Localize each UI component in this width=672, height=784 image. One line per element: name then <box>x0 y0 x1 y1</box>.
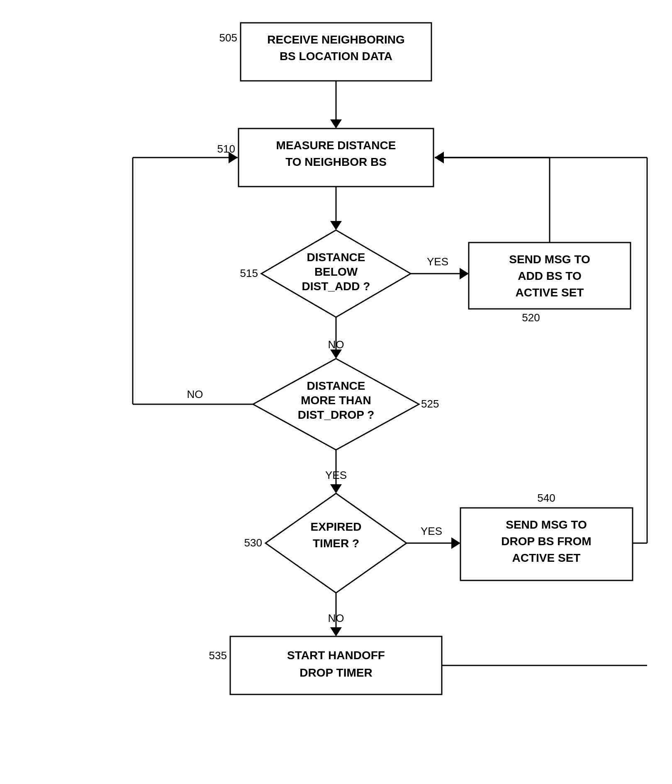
node-530-text-2: TIMER ? <box>313 537 359 550</box>
node-515-text-1: DISTANCE <box>307 251 365 264</box>
label-525-no: NO <box>187 388 203 400</box>
node-520-text-2: ADD BS TO <box>518 269 582 282</box>
node-515-text-2: BELOW <box>314 265 358 278</box>
node-530-ref: 530 <box>244 536 262 549</box>
node-540-text-3: ACTIVE SET <box>512 551 581 564</box>
node-510-ref: 510 <box>217 143 235 155</box>
arrowhead-540 <box>435 152 444 163</box>
node-505-text-1: RECEIVE NEIGHBORING <box>267 33 404 46</box>
node-510-text-1: MEASURE DISTANCE <box>276 139 396 152</box>
arrowhead-515-no <box>330 350 342 359</box>
node-535-text-1: START HANDOFF <box>287 649 385 662</box>
node-535-box <box>230 636 442 694</box>
label-525-yes: YES <box>325 469 347 481</box>
node-535-text-2: DROP TIMER <box>299 666 372 679</box>
node-520-ref: 520 <box>522 311 540 324</box>
arrowhead-525-yes <box>330 484 342 493</box>
label-530-yes: YES <box>421 525 442 537</box>
node-535-ref: 535 <box>209 649 227 662</box>
node-515-ref: 515 <box>240 267 258 279</box>
node-515-text-3: DIST_ADD ? <box>302 280 370 293</box>
node-540-ref: 540 <box>537 492 555 504</box>
arrowhead-505-510 <box>330 119 342 129</box>
node-525-ref: 525 <box>421 398 439 410</box>
arrowhead-515-yes <box>460 268 469 279</box>
arrowhead-530-yes <box>451 537 460 549</box>
arrowhead-530-no <box>330 627 342 636</box>
label-515-yes: YES <box>427 255 448 268</box>
node-525-text-2: MORE THAN <box>301 394 371 407</box>
node-510-text-2: TO NEIGHBOR BS <box>285 155 387 168</box>
node-540-text-2: DROP BS FROM <box>501 535 591 548</box>
node-520-text-1: SEND MSG TO <box>509 253 590 266</box>
label-530-no: NO <box>328 612 344 624</box>
node-530-text-1: EXPIRED <box>311 520 362 533</box>
node-505-ref: 505 <box>219 32 237 44</box>
node-525-text-3: DIST_DROP ? <box>298 408 375 421</box>
diagram-container: RECEIVE NEIGHBORING BS LOCATION DATA 505… <box>0 0 672 784</box>
node-505-text-2: BS LOCATION DATA <box>280 50 392 63</box>
node-540-text-1: SEND MSG TO <box>506 518 587 531</box>
node-525-text-1: DISTANCE <box>307 379 365 392</box>
arrowhead-510-515 <box>330 221 342 230</box>
label-515-no: NO <box>328 338 344 351</box>
node-520-text-3: ACTIVE SET <box>516 286 584 299</box>
